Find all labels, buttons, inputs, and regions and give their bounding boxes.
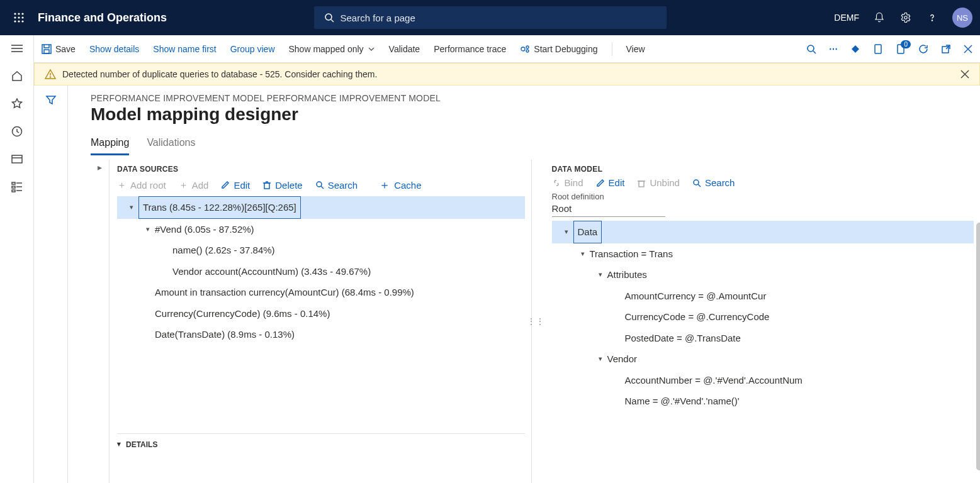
dm-row-vendorname[interactable]: Name = @.'#Vend'.'name()' (552, 391, 974, 412)
show-mapped-only-dropdown[interactable]: Show mapped only (289, 44, 375, 54)
ds-search-button[interactable]: Search (315, 180, 358, 191)
details-section[interactable]: ▸ DETAILS (117, 433, 525, 455)
svg-point-38 (50, 77, 50, 77)
svg-line-31 (813, 51, 816, 53)
svg-point-27 (521, 47, 525, 51)
collapse-handle[interactable]: ▸ (91, 160, 110, 483)
show-name-first-button[interactable]: Show name first (153, 44, 216, 54)
root-definition-value[interactable]: Root (552, 201, 665, 217)
delete-button[interactable]: Delete (262, 180, 302, 191)
svg-point-6 (14, 20, 16, 22)
gear-icon[interactable] (899, 11, 912, 24)
tabs: Mapping Validations (91, 137, 980, 156)
dm-edit-button[interactable]: Edit (596, 177, 625, 188)
dm-row-vendor[interactable]: ▾Vendor (552, 348, 974, 370)
dm-row-transaction[interactable]: ▾Transaction = Trans (552, 243, 974, 265)
svg-rect-25 (42, 45, 51, 53)
modules-icon[interactable] (10, 180, 24, 194)
bind-button[interactable]: Bind (552, 177, 583, 188)
svg-point-9 (325, 14, 332, 20)
svg-point-44 (317, 182, 322, 187)
svg-point-2 (21, 13, 23, 14)
more-icon[interactable]: ⋯ (829, 44, 838, 54)
tree-row-name[interactable]: name() (2.62s - 37.84%) (117, 240, 525, 261)
popout-icon[interactable] (941, 44, 951, 54)
hamburger-icon[interactable] (10, 42, 24, 55)
add-root-button[interactable]: ＋Add root (117, 179, 166, 191)
warning-text: Detected number of duplicate queries to … (62, 69, 377, 79)
edit-button[interactable]: Edit (221, 180, 250, 191)
root-definition-label: Root definition (552, 192, 974, 201)
clock-icon[interactable] (10, 125, 24, 138)
tree-row-accountnum[interactable]: Vendor account(AccountNum) (3.43s - 49.6… (117, 261, 525, 282)
svg-point-11 (904, 16, 908, 19)
tree-row-date[interactable]: Date(TransDate) (8.9ms - 0.13%) (117, 324, 525, 345)
add-button[interactable]: ＋Add (179, 179, 209, 191)
app-launcher-icon[interactable] (8, 6, 30, 29)
svg-line-45 (321, 186, 324, 189)
view-button[interactable]: View (626, 44, 645, 54)
warning-icon (45, 69, 56, 80)
breadcrumb: PERFORMANCE IMPROVEMENT MODEL PERFORMANC… (91, 93, 980, 103)
group-view-button[interactable]: Group view (230, 44, 275, 54)
attach-icon[interactable] (873, 44, 883, 54)
company-code[interactable]: DEMF (834, 13, 859, 23)
home-icon[interactable] (10, 69, 24, 83)
data-sources-panel: ▸ DATA SOURCES ＋Add root ＋Add Edit Delet… (91, 160, 532, 483)
close-icon[interactable] (964, 45, 972, 53)
warning-bar: Detected number of duplicate queries to … (34, 63, 980, 86)
save-button[interactable]: Save (42, 44, 76, 54)
chevron-down-icon (368, 45, 375, 53)
svg-point-1 (18, 13, 20, 14)
global-search[interactable]: Search for a page (314, 6, 667, 29)
dm-search-button[interactable]: Search (692, 177, 735, 188)
page-title: Model mapping designer (91, 104, 980, 125)
unbind-button[interactable]: Unbind (637, 177, 680, 188)
scrollbar[interactable] (976, 223, 980, 470)
notifications-button[interactable]: 0 (896, 44, 906, 54)
dm-row-amountcurrency[interactable]: AmountCurrency = @.AmountCur (552, 286, 974, 307)
notifications-badge: 0 (901, 40, 911, 48)
validate-button[interactable]: Validate (389, 44, 420, 54)
show-details-button[interactable]: Show details (89, 44, 139, 54)
dm-row-accountnumber[interactable]: AccountNumber = @.'#Vend'.AccountNum (552, 370, 974, 391)
svg-point-29 (526, 50, 529, 52)
refresh-icon[interactable] (918, 44, 928, 54)
start-debugging-button[interactable]: Start Debugging (520, 44, 597, 54)
search-placeholder: Search for a page (341, 13, 415, 23)
user-avatar[interactable]: NS (952, 8, 972, 28)
svg-rect-41 (264, 183, 269, 189)
data-model-panel: DATA MODEL Bind Edit Unbind Search Root … (539, 160, 981, 483)
tree-row-currency[interactable]: Currency(CurrencyCode) (9.6ms - 0.14%) (117, 303, 525, 325)
dm-row-posteddate[interactable]: PostedDate = @.TransDate (552, 328, 974, 349)
dm-row-data[interactable]: ▾Data (552, 221, 974, 243)
bell-icon[interactable] (873, 11, 886, 24)
filter-icon[interactable] (45, 94, 57, 483)
filter-column (34, 86, 68, 483)
dm-row-attributes[interactable]: ▾Attributes (552, 264, 974, 286)
svg-point-0 (14, 13, 16, 14)
svg-rect-26 (44, 50, 49, 53)
tree-row-amountcur[interactable]: Amount in transaction currency(AmountCur… (117, 282, 525, 303)
tree-row-vend[interactable]: ▾#Vend (6.05s - 87.52%) (117, 219, 525, 240)
pin-icon[interactable] (850, 44, 860, 54)
dm-row-currencycode[interactable]: CurrencyCode = @.CurrencyCode (552, 306, 974, 328)
workspace-icon[interactable] (10, 152, 24, 166)
search-icon[interactable] (806, 44, 816, 54)
data-sources-tree: ▾Trans (8.45s - 122.28%)[265][Q:265] ▾#V… (117, 196, 525, 345)
svg-rect-17 (12, 155, 22, 163)
help-icon[interactable] (926, 11, 938, 24)
save-label: Save (55, 44, 76, 54)
performance-trace-button[interactable]: Performance trace (434, 44, 506, 54)
svg-point-5 (21, 16, 23, 18)
cache-button[interactable]: ＋Cache (379, 177, 421, 192)
tree-row-trans[interactable]: ▾Trans (8.45s - 122.28%)[265][Q:265] (117, 196, 525, 219)
tab-mapping[interactable]: Mapping (91, 137, 129, 155)
svg-point-28 (526, 46, 529, 48)
tab-validations[interactable]: Validations (147, 137, 195, 155)
splitter[interactable]: ⋮⋮ (532, 160, 539, 483)
svg-rect-32 (875, 45, 881, 53)
star-icon[interactable] (10, 97, 24, 111)
top-bar: Finance and Operations Search for a page… (0, 0, 980, 35)
warning-close-icon[interactable] (960, 70, 969, 79)
